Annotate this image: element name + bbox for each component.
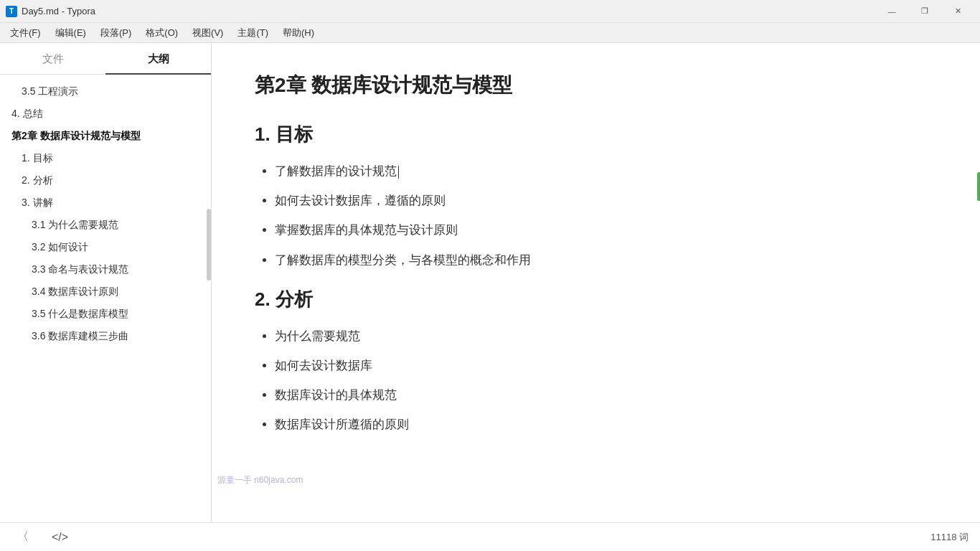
outline-item[interactable]: 3.5 工程演示: [0, 80, 211, 103]
menu-paragraph[interactable]: 段落(P): [93, 24, 138, 42]
chapter-title: 第2章 数据库设计规范与模型: [255, 72, 937, 99]
app-body: 文件 大纲 3.5 工程演示 4. 总结 第2章 数据库设计规范与模型 1. 目…: [0, 43, 980, 522]
maximize-button[interactable]: ❐: [908, 0, 941, 23]
minimize-button[interactable]: —: [875, 0, 908, 23]
outline-item[interactable]: 4. 总结: [0, 103, 211, 125]
outline-item[interactable]: 3.6 数据库建模三步曲: [0, 325, 211, 347]
outline-item[interactable]: 3.2 如何设计: [0, 236, 211, 258]
sidebar-scroll-thumb: [207, 209, 211, 281]
section1-bullets: 了解数据库的设计规范 如何去设计数据库，遵循的原则 掌握数据库的具体规范与设计原…: [255, 161, 937, 270]
nav-code-button[interactable]: </>: [46, 528, 74, 547]
bottombar-left: 〈 </>: [11, 527, 74, 547]
sidebar-outline-list: 3.5 工程演示 4. 总结 第2章 数据库设计规范与模型 1. 目标 2. 分…: [0, 75, 211, 522]
outline-item[interactable]: 1. 目标: [0, 147, 211, 169]
outline-item[interactable]: 3.1 为什么需要规范: [0, 214, 211, 236]
watermark: 源童一手 n60java.com: [212, 473, 308, 488]
app-icon: T: [6, 6, 17, 17]
outline-item[interactable]: 3.4 数据库设计原则: [0, 281, 211, 303]
outline-item[interactable]: 3.5 什么是数据库模型: [0, 303, 211, 325]
word-count: 11118 词: [930, 531, 969, 544]
titlebar-left: T Day5.md - Typora: [6, 6, 95, 17]
list-item: 数据库设计所遵循的原则: [275, 415, 937, 434]
list-item: 数据库设计的具体规范: [275, 385, 937, 405]
menu-format[interactable]: 格式(O): [138, 24, 185, 42]
main-content[interactable]: 第2章 数据库设计规范与模型 1. 目标 了解数据库的设计规范 如何去设计数据库…: [212, 43, 980, 522]
tab-files[interactable]: 文件: [0, 45, 105, 75]
outline-item-active[interactable]: 第2章 数据库设计规范与模型: [0, 125, 211, 147]
menu-theme[interactable]: 主题(T): [230, 24, 275, 42]
outline-item[interactable]: 3.3 命名与表设计规范: [0, 258, 211, 281]
text-cursor: [398, 166, 399, 179]
menu-help[interactable]: 帮助(H): [275, 24, 321, 42]
menu-view[interactable]: 视图(V): [185, 24, 230, 42]
menu-edit[interactable]: 编辑(E): [48, 24, 93, 42]
list-item: 了解数据库的模型分类，与各模型的概念和作用: [275, 250, 937, 270]
titlebar-controls: — ❐ ✕: [875, 0, 974, 23]
menu-file[interactable]: 文件(F): [3, 24, 48, 42]
section2-title: 2. 分析: [255, 287, 937, 312]
list-item: 掌握数据库的具体规范与设计原则: [275, 220, 937, 240]
outline-item[interactable]: 3. 讲解: [0, 192, 211, 214]
nav-prev-button[interactable]: 〈: [11, 527, 34, 547]
tab-outline[interactable]: 大纲: [105, 45, 211, 75]
sidebar: 文件 大纲 3.5 工程演示 4. 总结 第2章 数据库设计规范与模型 1. 目…: [0, 43, 212, 522]
sidebar-tabs: 文件 大纲: [0, 43, 211, 75]
section1-title: 1. 目标: [255, 122, 937, 147]
titlebar: T Day5.md - Typora — ❐ ✕: [0, 0, 980, 23]
list-item: 如何去设计数据库: [275, 356, 937, 375]
outline-item[interactable]: 2. 分析: [0, 169, 211, 192]
list-item: 了解数据库的设计规范: [275, 161, 937, 181]
bottombar: 〈 </> 11118 词: [0, 522, 980, 551]
menubar: 文件(F) 编辑(E) 段落(P) 格式(O) 视图(V) 主题(T) 帮助(H…: [0, 23, 980, 43]
section2-bullets: 为什么需要规范 如何去设计数据库 数据库设计的具体规范 数据库设计所遵循的原则: [255, 326, 937, 435]
close-button[interactable]: ✕: [941, 0, 974, 23]
sidebar-scrollbar[interactable]: [207, 75, 211, 522]
green-accent-bar: [977, 172, 980, 201]
titlebar-title: Day5.md - Typora: [22, 6, 95, 17]
list-item: 如何去设计数据库，遵循的原则: [275, 191, 937, 210]
list-item: 为什么需要规范: [275, 326, 937, 346]
